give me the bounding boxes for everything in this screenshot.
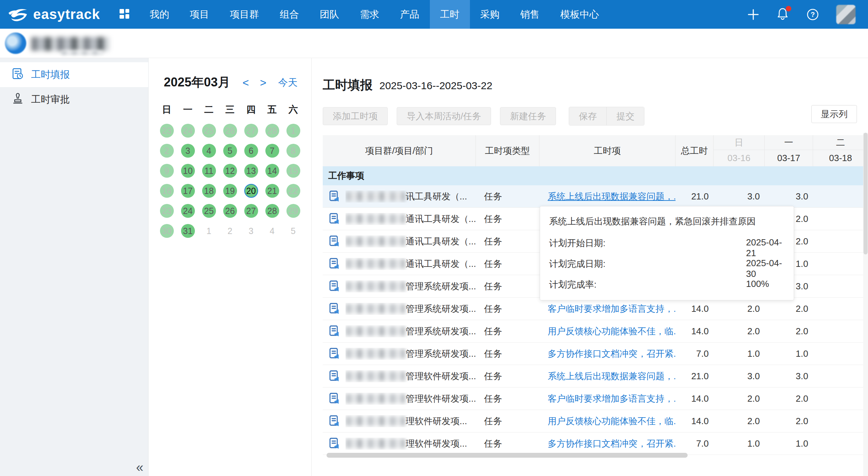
calendar-day-8[interactable]: 8 [286, 144, 300, 158]
sun-hours-cell[interactable]: 3.0 [714, 191, 765, 202]
mon-hours-cell[interactable]: 2.0 [765, 393, 813, 404]
sun-hours-cell[interactable]: 3.0 [714, 371, 765, 382]
redacted-project-prefix [346, 416, 405, 426]
calendar-day-23[interactable]: 23 [160, 204, 174, 218]
calendar-day-16[interactable]: 16 [160, 184, 174, 198]
nav-item-我的[interactable]: 我的 [140, 0, 180, 29]
calendar-day-6[interactable]: 6 [244, 144, 258, 158]
help-button[interactable]: ? [806, 8, 820, 21]
calendar-day-9[interactable]: 9 [160, 164, 174, 178]
calendar-day-22[interactable]: 22 [286, 184, 300, 198]
calendar-day-20[interactable]: 20 [244, 184, 258, 198]
work-item-link[interactable]: 客户临时要求增加多语言支持，... [548, 304, 676, 314]
show-columns-button[interactable]: 显示列 [811, 105, 857, 123]
nav-item-组合[interactable]: 组合 [270, 0, 310, 29]
new-task-button[interactable]: 新建任务 [500, 107, 556, 125]
calendar-day-28[interactable]: 28 [265, 124, 279, 138]
sun-hours-cell[interactable]: 2.0 [714, 416, 765, 427]
work-item-link[interactable]: 系统上线后出现数据兼容问题，... [548, 371, 676, 381]
mon-hours-cell[interactable]: 2.0 [765, 416, 813, 427]
work-item-link[interactable]: 客户临时要求增加多语言支持，... [548, 393, 676, 404]
calendar-day-11[interactable]: 11 [202, 164, 216, 178]
calendar-day-3[interactable]: 3 [244, 224, 258, 238]
calendar-day-27[interactable]: 27 [244, 124, 258, 138]
mon-hours-cell[interactable]: 2.0 [765, 326, 813, 337]
horizontal-scrollbar-thumb[interactable] [327, 453, 688, 458]
calendar-day-5[interactable]: 5 [286, 224, 300, 238]
calendar-day-25[interactable]: 25 [202, 204, 216, 218]
add-timesheet-item-button[interactable]: 添加工时项 [323, 107, 388, 125]
calendar-day-12[interactable]: 12 [223, 164, 237, 178]
apps-grid-button[interactable] [109, 0, 140, 29]
sidebar-item-timesheet-approval[interactable]: 工时审批 [0, 87, 148, 112]
calendar-day-31[interactable]: 31 [181, 224, 195, 238]
calendar-day-24[interactable]: 24 [181, 124, 195, 138]
sun-hours-cell[interactable]: 2.0 [714, 304, 765, 314]
nav-item-团队[interactable]: 团队 [310, 0, 350, 29]
work-item-link[interactable]: 用户反馈核心功能体验不佳，临... [548, 326, 676, 336]
calendar-day-21[interactable]: 21 [265, 184, 279, 198]
mon-hours-cell[interactable]: 1.0 [765, 438, 813, 449]
nav-item-采购[interactable]: 采购 [470, 0, 510, 29]
profile-avatar[interactable] [5, 32, 26, 54]
work-item-link[interactable]: 多方协作接口文档冲突，召开紧... [548, 348, 676, 359]
calendar-day-18[interactable]: 18 [202, 184, 216, 198]
calendar-today-button[interactable]: 今天 [278, 76, 298, 89]
nav-item-项目[interactable]: 项目 [180, 0, 220, 29]
mon-hours-cell[interactable]: 1.0 [765, 348, 813, 359]
calendar-day-14[interactable]: 14 [265, 164, 279, 178]
calendar-day-23[interactable]: 23 [160, 124, 174, 138]
calendar-day-28[interactable]: 28 [265, 204, 279, 218]
sidebar-collapse-button[interactable]: « [136, 461, 143, 474]
task-icon [323, 302, 346, 315]
calendar-day-25[interactable]: 25 [202, 124, 216, 138]
sun-hours-cell[interactable]: 2.0 [714, 326, 765, 337]
calendar-next-button[interactable]: > [260, 77, 266, 88]
notifications-button[interactable] [776, 7, 789, 22]
calendar-day-10[interactable]: 10 [181, 164, 195, 178]
calendar-day-1[interactable]: 1 [202, 224, 216, 238]
sun-hours-cell[interactable]: 1.0 [714, 438, 765, 449]
calendar-day-2[interactable]: 2 [160, 144, 174, 158]
calendar-day-4[interactable]: 4 [202, 144, 216, 158]
logo[interactable]: easytrack [0, 0, 109, 29]
import-week-tasks-button[interactable]: 导入本周活动/任务 [397, 107, 491, 125]
calendar-day-13[interactable]: 13 [244, 164, 258, 178]
user-avatar[interactable] [836, 5, 856, 24]
calendar-day-3[interactable]: 3 [181, 144, 195, 158]
nav-item-需求[interactable]: 需求 [350, 0, 390, 29]
nav-item-工时[interactable]: 工时 [430, 0, 470, 29]
vertical-scrollbar-thumb[interactable] [864, 133, 868, 254]
calendar-day-15[interactable]: 15 [286, 164, 300, 178]
mon-hours-cell[interactable]: 2.0 [765, 304, 813, 314]
sun-hours-cell[interactable]: 1.0 [714, 348, 765, 359]
calendar-day-4[interactable]: 4 [265, 224, 279, 238]
calendar-day-29[interactable]: 29 [286, 204, 300, 218]
calendar-day-26[interactable]: 26 [223, 204, 237, 218]
save-button[interactable]: 保存 [569, 107, 607, 125]
mon-hours-cell[interactable]: 3.0 [765, 371, 813, 382]
calendar-day-17[interactable]: 17 [181, 184, 195, 198]
calendar-day-1[interactable]: 1 [286, 124, 300, 138]
calendar-day-26[interactable]: 26 [223, 124, 237, 138]
nav-item-产品[interactable]: 产品 [390, 0, 430, 29]
calendar-day-5[interactable]: 5 [223, 144, 237, 158]
calendar-prev-button[interactable]: < [243, 77, 249, 88]
nav-item-销售[interactable]: 销售 [510, 0, 550, 29]
calendar-day-2[interactable]: 2 [223, 224, 237, 238]
calendar-day-30[interactable]: 30 [160, 224, 174, 238]
submit-button[interactable]: 提交 [607, 107, 644, 125]
calendar-day-19[interactable]: 19 [223, 184, 237, 198]
plus-button[interactable] [747, 8, 760, 21]
work-item-link[interactable]: 多方协作接口文档冲突，召开紧... [548, 438, 676, 449]
nav-item-模板中心[interactable]: 模板中心 [550, 0, 610, 29]
calendar-day-24[interactable]: 24 [181, 204, 195, 218]
nav-item-项目群[interactable]: 项目群 [220, 0, 270, 29]
sidebar-item-timesheet-fill[interactable]: 工时填报 [0, 62, 148, 87]
calendar-day-27[interactable]: 27 [244, 204, 258, 218]
sun-hours-cell[interactable]: 2.0 [714, 393, 765, 404]
mon-hours-cell[interactable]: 3.0 [765, 191, 813, 202]
work-item-link[interactable]: 用户反馈核心功能体验不佳，临... [548, 416, 676, 426]
work-item-link[interactable]: 系统上线后出现数据兼容问题，... [548, 191, 676, 202]
calendar-day-7[interactable]: 7 [265, 144, 279, 158]
